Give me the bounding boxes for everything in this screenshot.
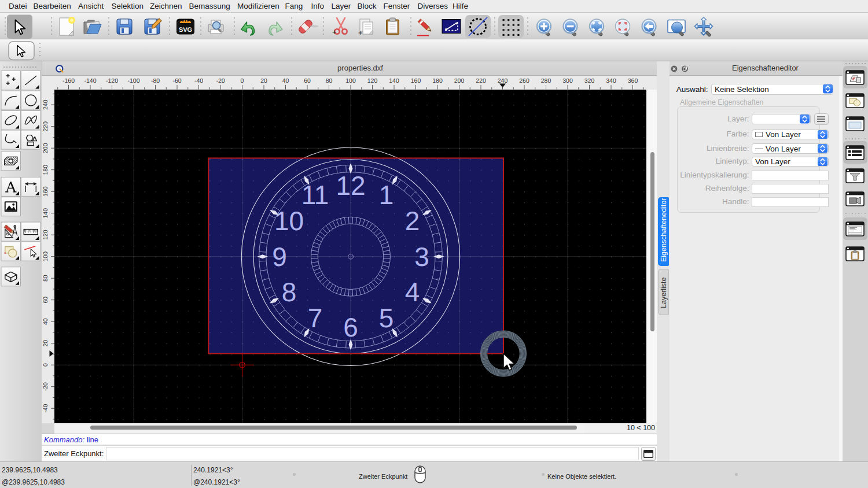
svg-text:100: 100 xyxy=(42,252,49,262)
svg-text:20: 20 xyxy=(260,77,267,84)
svg-text:60: 60 xyxy=(42,297,49,304)
svg-text:160: 160 xyxy=(42,186,49,197)
svg-text:200: 200 xyxy=(454,77,465,84)
svg-text:40: 40 xyxy=(282,77,289,84)
svg-text:-60: -60 xyxy=(172,77,181,84)
svg-text:-120: -120 xyxy=(106,77,118,84)
svg-text:9: 9 xyxy=(272,242,287,272)
svg-text:3: 3 xyxy=(414,242,429,272)
svg-text:6: 6 xyxy=(343,313,358,343)
svg-text:220: 220 xyxy=(476,77,486,84)
svg-text:140: 140 xyxy=(42,208,49,219)
svg-text:-20: -20 xyxy=(42,382,49,391)
svg-text:-40: -40 xyxy=(194,77,203,84)
svg-text:0: 0 xyxy=(42,363,49,367)
svg-text:-40: -40 xyxy=(42,404,49,412)
svg-text:+: + xyxy=(332,28,337,36)
svg-text:7: 7 xyxy=(308,303,323,333)
svg-text:+: + xyxy=(358,29,362,37)
svg-text:80: 80 xyxy=(42,275,49,282)
svg-text:300: 300 xyxy=(562,77,573,84)
svg-text:5: 5 xyxy=(379,303,394,333)
svg-text:10: 10 xyxy=(274,206,304,236)
svg-text:1: 1 xyxy=(379,180,394,210)
svg-text:280: 280 xyxy=(541,77,551,84)
svg-text:180: 180 xyxy=(432,77,443,84)
svg-text:0: 0 xyxy=(241,77,244,84)
svg-text:-80: -80 xyxy=(151,77,160,84)
svg-text:160: 160 xyxy=(411,77,421,84)
svg-text:SVG: SVG xyxy=(179,27,192,34)
svg-text:120: 120 xyxy=(367,77,378,84)
svg-text:80: 80 xyxy=(326,77,333,84)
svg-text:220: 220 xyxy=(42,121,49,132)
svg-text:4: 4 xyxy=(405,277,420,307)
svg-text:11: 11 xyxy=(301,180,329,210)
svg-text:60: 60 xyxy=(304,77,311,84)
svg-text:-140: -140 xyxy=(84,77,96,84)
svg-text:200: 200 xyxy=(42,143,49,153)
svg-text:240: 240 xyxy=(498,77,508,84)
svg-text:8: 8 xyxy=(282,277,297,307)
svg-text:140: 140 xyxy=(389,77,399,84)
svg-text:340: 340 xyxy=(606,77,616,84)
svg-text:-100: -100 xyxy=(127,77,139,84)
svg-text:260: 260 xyxy=(519,77,529,84)
svg-text:360: 360 xyxy=(628,77,638,84)
svg-text:320: 320 xyxy=(584,77,595,84)
svg-text:2: 2 xyxy=(405,206,420,236)
svg-text:12: 12 xyxy=(336,171,365,201)
svg-text:40: 40 xyxy=(42,318,49,325)
svg-text:-20: -20 xyxy=(216,77,225,84)
svg-text:120: 120 xyxy=(42,230,49,240)
svg-text:20: 20 xyxy=(42,340,49,347)
svg-text:240: 240 xyxy=(42,99,49,110)
svg-text:100: 100 xyxy=(345,77,356,84)
svg-text:-160: -160 xyxy=(62,77,75,84)
svg-text:180: 180 xyxy=(42,165,49,175)
